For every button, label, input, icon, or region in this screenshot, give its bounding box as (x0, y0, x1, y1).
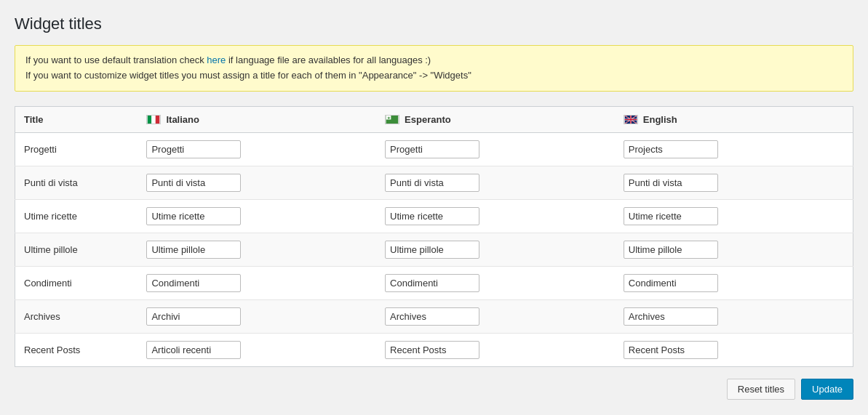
row-title: Punti di vista (15, 166, 138, 199)
row-esperanto (376, 233, 615, 266)
page-title: Widget titles (15, 15, 853, 33)
col-header-italiano: Italiano (138, 106, 376, 132)
row-italiano (138, 333, 376, 366)
input-english[interactable] (624, 274, 718, 292)
input-english[interactable] (624, 307, 718, 326)
row-title: Utime ricette (15, 199, 138, 233)
row-esperanto (376, 266, 615, 299)
row-title: Ultime pillole (15, 233, 138, 266)
input-esperanto[interactable] (385, 274, 479, 292)
input-esperanto[interactable] (385, 207, 479, 225)
table-row: Condimenti (15, 266, 853, 299)
row-esperanto (376, 199, 615, 233)
widget-table: Title Italiano (15, 106, 853, 367)
update-button[interactable]: Update (801, 379, 853, 400)
table-row: Ultime pillole (15, 233, 853, 266)
flag-it-icon (146, 115, 161, 124)
input-italiano[interactable] (146, 241, 241, 259)
col-header-esperanto: ★ Esperanto (376, 106, 615, 132)
input-italiano[interactable] (146, 274, 241, 292)
row-title: Progetti (15, 132, 138, 166)
table-row: Progetti (15, 132, 853, 166)
input-italiano[interactable] (146, 140, 241, 158)
input-italiano[interactable] (146, 307, 241, 326)
row-italiano (138, 166, 376, 199)
input-english[interactable] (624, 140, 718, 158)
input-english[interactable] (624, 341, 718, 359)
row-english (615, 333, 853, 366)
input-esperanto[interactable] (385, 307, 479, 326)
input-esperanto[interactable] (385, 241, 479, 259)
flag-en-icon (624, 115, 638, 124)
row-italiano (138, 299, 376, 333)
row-english (615, 132, 853, 166)
row-italiano (138, 132, 376, 166)
svg-rect-1 (152, 116, 156, 124)
row-esperanto (376, 333, 615, 366)
table-row: Archives (15, 299, 853, 333)
col-header-title: Title (15, 106, 138, 132)
table-body: ProgettiPunti di vistaUtime ricetteUltim… (15, 132, 853, 366)
input-italiano[interactable] (146, 174, 241, 192)
input-italiano[interactable] (146, 207, 241, 225)
table-row: Utime ricette (15, 199, 853, 233)
row-english (615, 266, 853, 299)
svg-rect-0 (148, 116, 152, 124)
row-italiano (138, 233, 376, 266)
row-esperanto (376, 299, 615, 333)
row-esperanto (376, 132, 615, 166)
input-esperanto[interactable] (385, 174, 479, 192)
row-title: Archives (15, 299, 138, 333)
table-row: Punti di vista (15, 166, 853, 199)
input-esperanto[interactable] (385, 341, 479, 359)
input-esperanto[interactable] (385, 140, 479, 158)
notice-box: If you want to use default translation c… (15, 45, 853, 92)
col-header-english: English (615, 106, 853, 132)
input-english[interactable] (624, 207, 718, 225)
notice-line1: If you want to use default translation c… (25, 53, 843, 68)
input-italiano[interactable] (146, 341, 241, 359)
buttons-row: Reset titles Update (15, 379, 853, 400)
row-esperanto (376, 166, 615, 199)
row-english (615, 199, 853, 233)
row-title: Condimenti (15, 266, 138, 299)
svg-rect-2 (156, 116, 160, 124)
input-english[interactable] (624, 174, 718, 192)
flag-eo-icon: ★ (385, 115, 399, 124)
row-italiano (138, 266, 376, 299)
row-english (615, 166, 853, 199)
notice-line2: If you want to customize widget titles y… (25, 68, 843, 84)
table-row: Recent Posts (15, 333, 853, 366)
row-english (615, 233, 853, 266)
row-title: Recent Posts (15, 333, 138, 366)
notice-link[interactable]: here (207, 55, 226, 65)
row-italiano (138, 199, 376, 233)
input-english[interactable] (624, 241, 718, 259)
reset-button[interactable]: Reset titles (727, 379, 795, 400)
row-english (615, 299, 853, 333)
